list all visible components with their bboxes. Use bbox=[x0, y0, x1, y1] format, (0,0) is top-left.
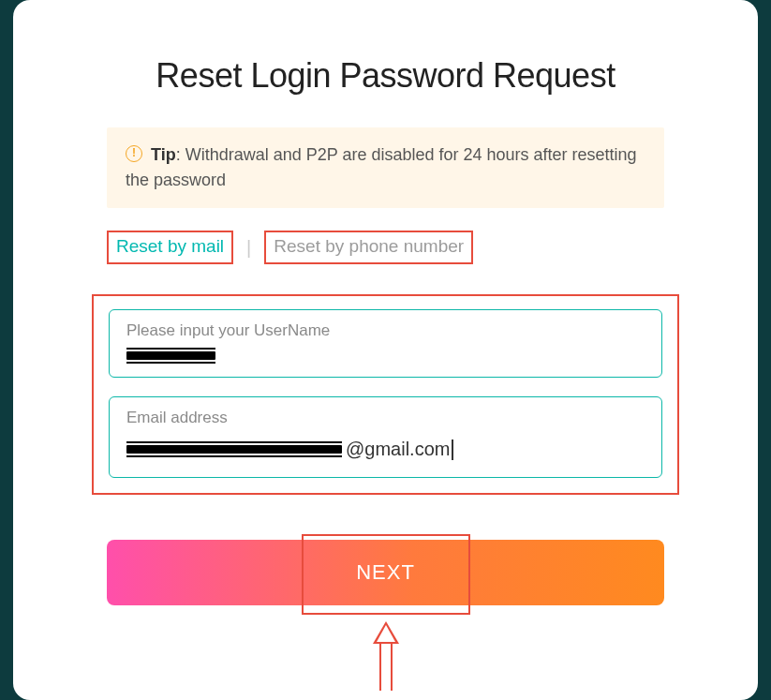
next-button[interactable]: NEXT bbox=[107, 540, 664, 605]
reset-password-card: Reset Login Password Request Tip: Withdr… bbox=[13, 0, 758, 700]
arrow-up-icon bbox=[373, 621, 399, 644]
form-area: Please input your UserName Email address… bbox=[92, 294, 679, 495]
email-field[interactable]: Email address @gmail.com bbox=[109, 396, 662, 478]
username-value bbox=[126, 351, 645, 360]
tip-label: Tip bbox=[151, 145, 176, 164]
next-button-label: NEXT bbox=[356, 560, 415, 584]
tab-divider: | bbox=[246, 237, 251, 259]
username-field[interactable]: Please input your UserName bbox=[109, 309, 662, 378]
redacted-text bbox=[126, 445, 342, 454]
redacted-text bbox=[126, 351, 215, 360]
tip-banner: Tip: Withdrawal and P2P are disabled for… bbox=[107, 127, 664, 208]
arrow-shaft bbox=[379, 642, 393, 691]
tab-reset-by-mail[interactable]: Reset by mail bbox=[107, 231, 233, 264]
page-title: Reset Login Password Request bbox=[88, 56, 683, 96]
annotation-arrow bbox=[373, 621, 399, 691]
reset-method-tabs: Reset by mail | Reset by phone number bbox=[107, 231, 664, 264]
tip-text: : Withdrawal and P2P are disabled for 24… bbox=[126, 145, 637, 189]
username-label: Please input your UserName bbox=[126, 321, 645, 340]
email-label: Email address bbox=[126, 409, 645, 427]
email-suffix: @gmail.com bbox=[346, 439, 450, 460]
warning-icon bbox=[126, 145, 142, 162]
tab-reset-by-phone[interactable]: Reset by phone number bbox=[264, 231, 473, 264]
email-value: @gmail.com bbox=[126, 439, 645, 460]
text-caret bbox=[452, 439, 453, 460]
